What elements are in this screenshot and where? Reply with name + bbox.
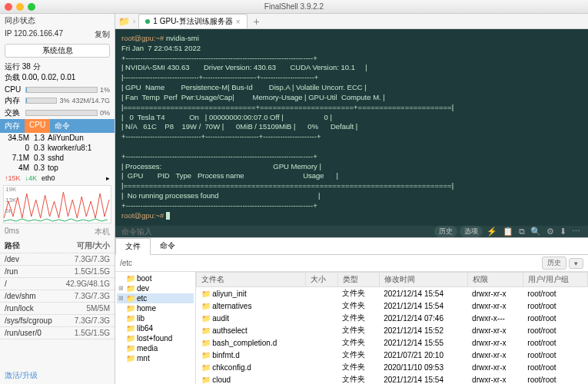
tree-node[interactable]: 📁home: [117, 303, 194, 313]
file-row[interactable]: 📁 alternatives文件夹2021/12/14 15:54drwxr-x…: [197, 300, 588, 312]
path-history-button[interactable]: 历史: [542, 257, 566, 270]
options-button[interactable]: 选项: [460, 226, 483, 237]
add-tab-button[interactable]: +: [251, 15, 263, 28]
file-row[interactable]: 📁 aliyun_init文件夹2021/12/14 15:54drwxr-xr…: [197, 287, 588, 300]
net-up: ↑15K: [5, 174, 21, 182]
bolt-icon[interactable]: ⚡: [485, 227, 499, 237]
maximize-button[interactable]: [28, 3, 35, 11]
tab-cpu[interactable]: CPU: [25, 119, 50, 133]
process-row[interactable]: 00.3kworker/u8:1: [0, 143, 115, 153]
net-graph: 19K 13K 6K: [3, 185, 111, 223]
file-row[interactable]: 📁 audit文件夹2021/12/14 07:46drwxr-x---root…: [197, 312, 588, 324]
uptime: 运行 38 分: [5, 61, 110, 72]
file-row[interactable]: 📁 chkconfig.d文件夹2020/11/10 09:53drwxr-xr…: [197, 361, 588, 373]
current-path[interactable]: /etc: [120, 259, 540, 267]
tab-mem[interactable]: 内存: [0, 119, 25, 133]
disk-row: /dev7.3G/7.3G: [0, 253, 115, 266]
clipboard-icon[interactable]: 📋: [501, 227, 515, 237]
disk-row: /sys/fs/cgroup7.3G/7.3G: [0, 315, 115, 327]
process-list: 34.5M1.3AliYunDun00.3kworker/u8:17.1M0.3…: [0, 133, 115, 173]
file-row[interactable]: 📁 cloud文件夹2021/12/14 15:54drwxr-xr-xroot…: [197, 373, 588, 384]
minimize-button[interactable]: [16, 3, 24, 11]
tree-node[interactable]: 📁mnt: [117, 353, 194, 363]
history-button[interactable]: 历史: [434, 226, 457, 237]
file-pane: 文件 命令 /etc 历史 ▾ 📁boot⊞📁dev⊞📁etc📁home📁lib…: [115, 237, 588, 384]
ip-address: IP 120.26.166.47: [5, 29, 63, 40]
close-tab-icon[interactable]: ×: [236, 18, 241, 26]
sidebar: 同步状态 IP 120.26.166.47复制 系统信息 运行 38 分 负载 …: [0, 14, 115, 384]
folder-tree[interactable]: 📁boot⊞📁dev⊞📁etc📁home📁lib📁lib64📁lost+foun…: [115, 272, 196, 384]
disk-row: /42.9G/48.1G: [0, 278, 115, 290]
command-input-bar: 历史 选项 ⚡ 📋 ⧉ 🔍 ⚙ ⬇ ⋯: [115, 226, 588, 237]
sync-status-label: 同步状态: [5, 15, 35, 26]
process-row[interactable]: 34.5M1.3AliYunDun: [0, 133, 115, 143]
command-input[interactable]: [121, 227, 430, 236]
search-icon[interactable]: 🔍: [529, 227, 543, 237]
status-dot: [145, 19, 150, 24]
tabbar: 📁 › 1 GPU-算法训练服务器 × +: [115, 14, 588, 29]
disk-row: /dev/shm7.3G/7.3G: [0, 290, 115, 303]
close-button[interactable]: [5, 3, 12, 11]
titlebar: FinalShell 3.9.2.2: [0, 0, 588, 14]
chevron-right-icon: ›: [133, 17, 135, 25]
copy-button[interactable]: 复制: [95, 29, 110, 40]
disk-row: /run/lock5M/5M: [0, 303, 115, 315]
path-dropdown[interactable]: ▾: [569, 258, 583, 269]
disk-row: /run1.5G/1.5G: [0, 266, 115, 278]
window-title: FinalShell 3.9.2.2: [264, 2, 324, 11]
file-row[interactable]: 📁 bash_completion.d文件夹2021/12/14 15:55dr…: [197, 336, 588, 349]
file-row[interactable]: 📁 binfmt.d文件夹2021/07/21 20:10drwxr-xr-xr…: [197, 349, 588, 361]
tree-node[interactable]: ⊞📁dev: [117, 283, 194, 293]
tree-node[interactable]: 📁lib: [117, 313, 194, 323]
folder-icon[interactable]: 📁: [118, 16, 130, 27]
tree-node[interactable]: 📁lib64: [117, 323, 194, 333]
tree-node[interactable]: 📁boot: [117, 273, 194, 283]
sysinfo-button[interactable]: 系统信息: [5, 44, 110, 58]
more-icon[interactable]: ⋯: [570, 227, 582, 237]
copy-icon[interactable]: ⧉: [517, 227, 527, 237]
download-icon[interactable]: ⬇: [558, 227, 568, 237]
load: 负载 0.00, 0.02, 0.01: [5, 72, 110, 83]
file-list[interactable]: 文件名 大小 类型 修改时间 权限 用户/用户组 📁 aliyun_init文件…: [196, 272, 588, 384]
terminal[interactable]: root@gpu:~# nvidia-smi Fri Jan 7 22:04:5…: [115, 29, 588, 226]
tree-node[interactable]: 📁media: [117, 343, 194, 353]
tree-node[interactable]: 📁lost+found: [117, 333, 194, 343]
tab-cmd[interactable]: 命令: [50, 119, 75, 133]
disk-row: /run/user/01.5G/1.5G: [0, 327, 115, 339]
net-down: ↓4K: [25, 174, 38, 182]
activate-link[interactable]: 激活/升级: [0, 367, 115, 384]
file-row[interactable]: 📁 authselect文件夹2021/12/14 15:52drwxr-xr-…: [197, 324, 588, 336]
gear-icon[interactable]: ⚙: [545, 227, 556, 237]
commands-tab[interactable]: 命令: [151, 238, 184, 254]
process-row[interactable]: 7.1M0.3sshd: [0, 153, 115, 163]
session-tab[interactable]: 1 GPU-算法训练服务器 ×: [138, 14, 247, 28]
process-row[interactable]: 4M0.3top: [0, 163, 115, 173]
tree-node[interactable]: ⊞📁etc: [117, 293, 194, 303]
files-tab[interactable]: 文件: [115, 238, 151, 255]
